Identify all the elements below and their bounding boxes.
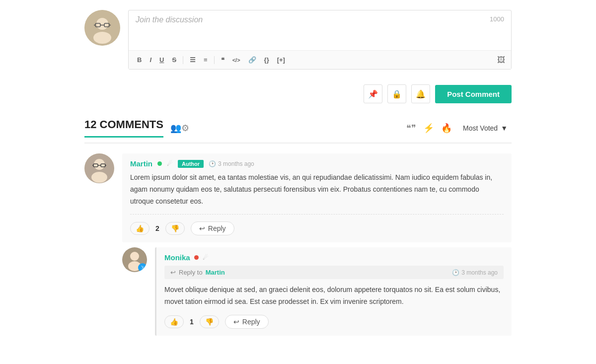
toolbar-separator-2 <box>214 56 215 64</box>
martin-comment-meta: Martin ☄ Author 🕑 3 months ago <box>130 159 504 168</box>
reply-to-icon: ↩ <box>170 269 176 276</box>
svg-point-1 <box>96 18 108 30</box>
comment-item-martin: Martin ☄ Author 🕑 3 months ago Lorem ips… <box>84 153 512 242</box>
image-button[interactable]: 🖼 <box>497 56 505 65</box>
monika-upvote-button[interactable]: 👍 <box>164 315 184 328</box>
clock-icon-2: 🕑 <box>452 269 459 276</box>
post-comment-button[interactable]: Post Comment <box>435 85 512 103</box>
martin-rss-icon[interactable]: ☄ <box>167 160 173 167</box>
reply-arrow-icon-2: ↩ <box>233 318 239 326</box>
monika-reply-button[interactable]: ↩ Reply <box>225 315 269 329</box>
post-comment-row: 📌 🔒 🔔 Post Comment <box>84 84 512 103</box>
reply-to-label: Reply to <box>179 269 203 276</box>
monika-comment-text: Movet oblique denique at sed, an graeci … <box>164 284 504 308</box>
martin-vote-count: 2 <box>155 224 159 232</box>
comments-actions: ❝❞ ⚡ 🔥 Most Voted ▼ <box>406 122 512 134</box>
quote-button[interactable]: ❝ <box>219 55 227 65</box>
martin-comment-body: Martin ☄ Author 🕑 3 months ago Lorem ips… <box>122 153 512 242</box>
monika-avatar: 𝕏 <box>122 247 147 272</box>
thumbs-up-icon: 👍 <box>136 224 144 232</box>
comment-editor-section: Join the discussion 1000 B I U S ☰ ≡ ❝ <… <box>84 10 512 70</box>
martin-reply-label: Reply <box>208 224 226 232</box>
editor-char-count: 1000 <box>490 15 504 23</box>
martin-time-text: 3 months ago <box>218 160 254 167</box>
user-avatar <box>84 10 120 46</box>
thumbs-down-icon-2: 👎 <box>205 318 214 326</box>
monika-comment-footer: 👍 1 👎 ↩ Reply <box>164 315 504 329</box>
underline-button[interactable]: U <box>157 55 166 65</box>
editor-toolbar: B I U S ☰ ≡ ❝ </> 🔗 {} [+] 🖼 <box>129 50 511 69</box>
monika-vote-count: 1 <box>190 318 194 326</box>
monika-author-name: Monika <box>164 253 190 262</box>
twitter-badge: 𝕏 <box>138 263 147 272</box>
comments-count: 12 COMMENTS <box>84 118 163 138</box>
pin-button[interactable]: 📌 <box>364 84 382 103</box>
nested-comment-monika: 𝕏 Monika ☄ ↩ Reply to Martin 🕑 <box>122 247 512 336</box>
comments-header: 12 COMMENTS 👥⚙ ❝❞ ⚡ 🔥 Most Voted ▼ <box>84 118 512 144</box>
monika-downvote-button[interactable]: 👎 <box>200 315 219 328</box>
martin-author-name: Martin <box>130 159 152 168</box>
svg-point-2 <box>93 32 111 44</box>
monika-time-text: 3 months ago <box>461 269 498 276</box>
comments-section: 12 COMMENTS 👥⚙ ❝❞ ⚡ 🔥 Most Voted ▼ <box>84 118 512 336</box>
italic-button[interactable]: I <box>147 55 154 65</box>
martin-comment-text: Lorem ipsum dolor sit amet, ea tantas mo… <box>130 172 504 215</box>
thumbs-up-icon-2: 👍 <box>170 318 178 326</box>
svg-point-10 <box>91 172 107 183</box>
quote-filter-icon[interactable]: ❝❞ <box>406 123 416 134</box>
martin-comment-footer: 👍 2 👎 ↩ Reply <box>130 221 504 235</box>
comments-count-wrap: 12 COMMENTS 👥⚙ <box>84 118 189 138</box>
plus-button[interactable]: [+] <box>275 55 288 65</box>
sort-dropdown[interactable]: Most Voted ▼ <box>459 122 512 134</box>
reply-to-author: Martin <box>206 269 225 276</box>
lock-button[interactable]: 🔒 <box>387 84 406 103</box>
comment-editor-wrapper: Join the discussion 1000 B I U S ☰ ≡ ❝ <… <box>128 10 512 70</box>
braces-button[interactable]: {} <box>262 55 272 65</box>
unordered-list-button[interactable]: ≡ <box>201 55 210 65</box>
code-button[interactable]: </> <box>230 56 243 65</box>
martin-downvote-button[interactable]: 👎 <box>165 222 185 235</box>
clock-icon: 🕑 <box>209 160 216 167</box>
thumbs-down-icon: 👎 <box>171 224 179 232</box>
bolt-icon[interactable]: ⚡ <box>423 123 434 134</box>
link-button[interactable]: 🔗 <box>246 55 259 65</box>
svg-point-9 <box>94 159 105 170</box>
bold-button[interactable]: B <box>135 55 144 65</box>
martin-online-dot <box>157 161 162 166</box>
monika-rss-icon[interactable]: ☄ <box>203 254 209 261</box>
toolbar-separator-1 <box>183 56 183 64</box>
monika-reply-label: Reply <box>242 318 260 326</box>
reply-arrow-icon: ↩ <box>199 224 205 232</box>
sort-label: Most Voted <box>463 124 498 132</box>
ordered-list-button[interactable]: ☰ <box>187 55 198 65</box>
martin-avatar <box>84 153 114 183</box>
manage-users-icon[interactable]: 👥⚙ <box>170 123 189 134</box>
fire-icon[interactable]: 🔥 <box>441 123 452 134</box>
editor-text-area[interactable]: Join the discussion 1000 <box>129 10 511 50</box>
martin-comment-time: 🕑 3 months ago <box>209 160 254 167</box>
strikethrough-button[interactable]: S <box>169 55 179 65</box>
monika-time: 🕑 3 months ago <box>452 269 498 276</box>
martin-upvote-button[interactable]: 👍 <box>130 222 149 235</box>
svg-point-17 <box>130 252 139 261</box>
martin-reply-button[interactable]: ↩ Reply <box>191 221 234 235</box>
notify-off-button[interactable]: 🔔 <box>411 84 430 103</box>
editor-placeholder: Join the discussion <box>136 15 203 24</box>
chevron-down-icon: ▼ <box>501 124 508 132</box>
martin-author-badge: Author <box>178 160 204 168</box>
monika-reply-to-line: ↩ Reply to Martin 🕑 3 months ago <box>164 266 504 279</box>
monika-online-dot <box>194 255 199 260</box>
monika-comment-body: Monika ☄ ↩ Reply to Martin 🕑 3 months ag… <box>155 247 512 336</box>
